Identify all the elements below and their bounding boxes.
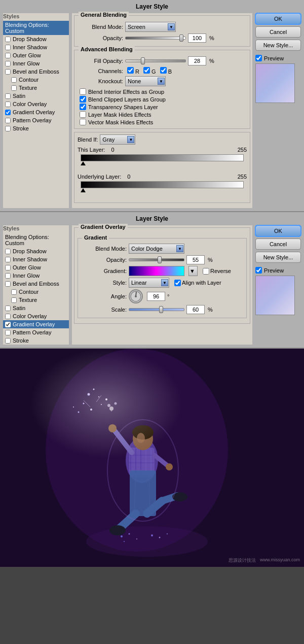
cancel-button-2[interactable]: Cancel (255, 239, 301, 250)
knockout-select-wrapper[interactable]: None ▼ (125, 76, 166, 86)
p2-opacity-slider[interactable] (129, 258, 184, 261)
p2-gradient-type-select[interactable]: ▼ (188, 266, 198, 276)
ok-button-1[interactable]: OK (255, 13, 301, 24)
channel-r-label[interactable]: R (127, 67, 139, 75)
satin-checkbox[interactable] (5, 93, 11, 99)
p2-opacity-input[interactable] (186, 255, 205, 264)
blend-if-select-wrapper[interactable]: Gray ▼ (100, 134, 135, 145)
sidebar-item-texture[interactable]: Texture (3, 84, 69, 92)
p2-satin-checkbox[interactable] (5, 306, 11, 311)
new-style-button-1[interactable]: New Style... (255, 40, 301, 51)
sidebar-item-satin[interactable]: Satin (3, 92, 69, 100)
angle-dial[interactable] (129, 289, 143, 303)
layer-mask-row[interactable]: Layer Mask Hides Effects (80, 111, 247, 118)
p2-sidebar-item-satin[interactable]: Satin (3, 304, 69, 312)
p2-sidebar-item-gradient-overlay[interactable]: Gradient Overlay (3, 320, 69, 328)
blend-clipped-row[interactable]: Blend Clipped Layers as Group (80, 96, 247, 103)
inner-glow-checkbox[interactable] (5, 61, 11, 66)
blend-interior-checkbox[interactable] (80, 88, 86, 95)
opacity-thumb[interactable] (179, 35, 183, 42)
gradient-overlay-checkbox[interactable] (5, 110, 11, 115)
p2-sidebar-item-drop-shadow[interactable]: Drop Shadow (3, 247, 69, 255)
texture-checkbox[interactable] (11, 85, 17, 91)
p2-inner-shadow-checkbox[interactable] (5, 257, 11, 262)
p2-gradient-type-wrapper[interactable]: ▼ (188, 266, 198, 276)
sidebar-item-blending-options[interactable]: Blending Options: Custom (3, 21, 69, 35)
sidebar-item-bevel-emboss[interactable]: Bevel and Emboss (3, 67, 69, 76)
sidebar-item-drop-shadow[interactable]: Drop Shadow (3, 35, 69, 43)
p2-sidebar-item-pattern-overlay[interactable]: Pattern Overlay (3, 328, 69, 336)
contour-checkbox[interactable] (11, 77, 17, 83)
vector-mask-row[interactable]: Vector Mask Hides Effects (80, 119, 247, 125)
knockout-select[interactable]: None (125, 76, 166, 86)
blend-mode-select-wrapper[interactable]: Screen ▼ (125, 22, 176, 32)
p2-sidebar-item-color-overlay[interactable]: Color Overlay (3, 312, 69, 320)
drop-shadow-checkbox[interactable] (5, 37, 11, 42)
blend-interior-row[interactable]: Blend Interior Effects as Group (80, 88, 247, 95)
p2-blend-mode-select[interactable]: Color Dodge (129, 244, 184, 254)
stroke-checkbox[interactable] (5, 126, 11, 131)
channel-r-checkbox[interactable] (127, 67, 134, 74)
fill-opacity-thumb[interactable] (141, 57, 145, 64)
p2-angle-input[interactable] (147, 292, 165, 301)
bevel-emboss-checkbox[interactable] (5, 69, 11, 75)
p2-reverse-checkbox[interactable] (203, 268, 209, 275)
p2-reverse-label[interactable]: Reverse (203, 268, 231, 275)
underlying-thumb-left[interactable] (81, 188, 86, 192)
p2-style-wrapper[interactable]: Linear ▼ (129, 278, 169, 288)
opacity-slider[interactable] (125, 37, 186, 40)
this-layer-thumb-left[interactable] (81, 161, 86, 165)
p2-sidebar-item-texture[interactable]: Texture (3, 296, 69, 304)
sidebar-item-pattern-overlay[interactable]: Pattern Overlay (3, 116, 69, 124)
sidebar-item-color-overlay[interactable]: Color Overlay (3, 100, 69, 108)
p2-style-select[interactable]: Linear (129, 278, 169, 288)
blend-clipped-checkbox[interactable] (80, 96, 86, 103)
inner-shadow-checkbox[interactable] (5, 45, 11, 50)
new-style-button-2[interactable]: New Style... (255, 252, 301, 263)
pattern-overlay-checkbox[interactable] (5, 118, 11, 123)
p2-blend-mode-wrapper[interactable]: Color Dodge ▼ (129, 244, 184, 254)
p2-scale-slider[interactable] (129, 308, 184, 311)
opacity-input[interactable]: 100 (188, 33, 206, 43)
p2-align-label[interactable]: Align with Layer (174, 280, 221, 286)
p2-inner-glow-checkbox[interactable] (5, 273, 11, 279)
p2-pattern-overlay-checkbox[interactable] (5, 330, 11, 335)
channel-b-label[interactable]: B (160, 67, 172, 75)
sidebar-item-inner-glow[interactable]: Inner Glow (3, 59, 69, 67)
p2-sidebar-item-inner-glow[interactable]: Inner Glow (3, 272, 69, 280)
p2-gradient-swatch[interactable] (129, 266, 184, 276)
p2-outer-glow-checkbox[interactable] (5, 265, 11, 270)
p2-sidebar-item-blending-options[interactable]: Blending Options: Custom (3, 233, 69, 247)
p2-color-overlay-checkbox[interactable] (5, 314, 11, 319)
preview-checkbox-2[interactable] (255, 267, 262, 274)
p2-contour-checkbox[interactable] (11, 289, 17, 295)
p2-drop-shadow-checkbox[interactable] (5, 249, 11, 254)
channel-g-checkbox[interactable] (143, 67, 150, 74)
channel-b-checkbox[interactable] (160, 67, 167, 74)
sidebar-item-gradient-overlay[interactable]: Gradient Overlay (3, 108, 69, 116)
p2-scale-input[interactable] (186, 305, 205, 314)
outer-glow-checkbox[interactable] (5, 53, 11, 58)
p2-sidebar-item-bevel-emboss[interactable]: Bevel and Emboss (3, 280, 69, 288)
sidebar-item-contour[interactable]: Contour (3, 76, 69, 84)
sidebar-item-outer-glow[interactable]: Outer Glow (3, 51, 69, 59)
sidebar-item-inner-shadow[interactable]: Inner Shadow (3, 43, 69, 51)
transparency-shapes-row[interactable]: Transparency Shapes Layer (80, 104, 247, 110)
p2-scale-thumb[interactable] (159, 306, 163, 313)
vector-mask-checkbox[interactable] (80, 119, 86, 125)
fill-opacity-slider[interactable] (125, 59, 186, 62)
p2-texture-checkbox[interactable] (11, 297, 17, 303)
p2-sidebar-item-outer-glow[interactable]: Outer Glow (3, 263, 69, 272)
p2-sidebar-item-stroke[interactable]: Stroke (3, 336, 69, 345)
p2-stroke-checkbox[interactable] (5, 338, 11, 344)
cancel-button-1[interactable]: Cancel (255, 26, 301, 38)
preview-checkbox-1[interactable] (255, 55, 262, 61)
blend-mode-select[interactable]: Screen (125, 22, 176, 32)
p2-sidebar-item-contour[interactable]: Contour (3, 288, 69, 296)
layer-mask-checkbox[interactable] (80, 111, 86, 118)
sidebar-item-stroke[interactable]: Stroke (3, 124, 69, 132)
p2-sidebar-item-inner-shadow[interactable]: Inner Shadow (3, 255, 69, 263)
channel-g-label[interactable]: G (143, 67, 156, 75)
color-overlay-checkbox[interactable] (5, 101, 11, 107)
p2-align-checkbox[interactable] (174, 280, 181, 286)
